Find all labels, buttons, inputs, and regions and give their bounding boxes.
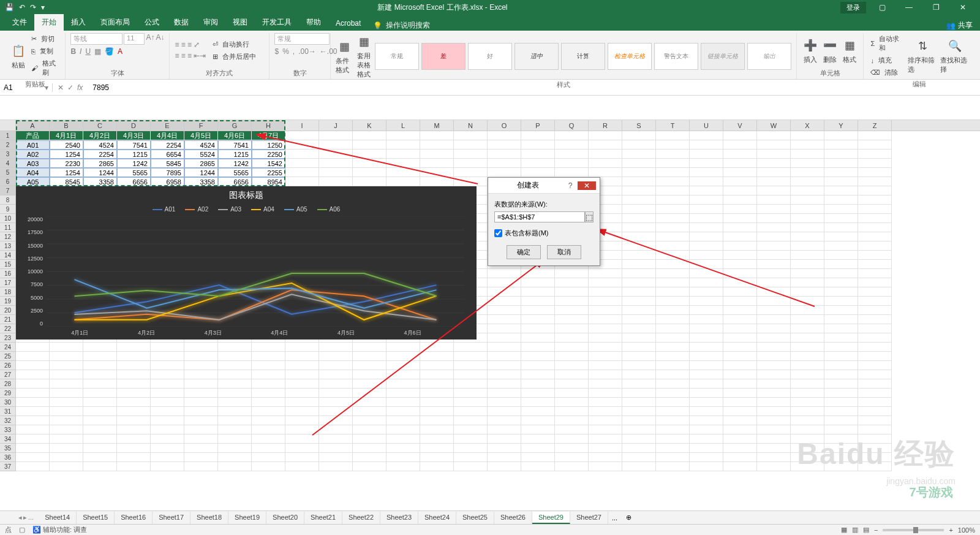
table-header-cell[interactable]: 4月5日 xyxy=(184,131,218,140)
currency-button[interactable]: $ xyxy=(274,47,279,56)
tab-home[interactable]: 开始 xyxy=(34,14,64,31)
row-header-4[interactable]: 4 xyxy=(0,159,16,168)
increase-font-icon[interactable]: A↑ xyxy=(146,33,154,45)
font-size-combo[interactable]: 11 xyxy=(124,33,145,45)
row-header-22[interactable]: 22 xyxy=(0,324,16,333)
table-cell[interactable]: 2250 xyxy=(252,150,285,159)
table-cell[interactable]: 2230 xyxy=(50,159,83,168)
row-header-35[interactable]: 35 xyxy=(0,444,16,453)
italic-button[interactable]: I xyxy=(80,47,81,56)
col-header-R[interactable]: R xyxy=(589,120,622,131)
merge-center-button[interactable]: ⊞ 合并后居中 xyxy=(211,51,260,63)
tab-file[interactable]: 文件 xyxy=(5,14,34,31)
tab-view[interactable]: 视图 xyxy=(225,14,255,31)
sheet-nav-prev-icon[interactable]: ▸ xyxy=(23,514,27,522)
tab-dev[interactable]: 开发工具 xyxy=(255,14,299,31)
col-header-X[interactable]: X xyxy=(791,120,824,131)
style-warning[interactable]: 警告文本 xyxy=(654,43,698,70)
dialog-close-icon[interactable]: ✕ xyxy=(578,181,596,190)
col-header-V[interactable]: V xyxy=(723,120,757,131)
maximize-icon[interactable]: ❐ xyxy=(924,1,948,13)
row-header-28[interactable]: 28 xyxy=(0,379,16,389)
col-header-O[interactable]: O xyxy=(488,120,521,131)
tab-formulas[interactable]: 公式 xyxy=(137,14,167,31)
table-cell[interactable]: 1215 xyxy=(218,150,252,159)
sheet-tab-Sheet29[interactable]: Sheet29 xyxy=(532,512,570,524)
sheet-nav-first-icon[interactable]: ◂ xyxy=(18,514,22,522)
table-cell[interactable]: 1254 xyxy=(50,168,83,177)
table-cell[interactable]: 7541 xyxy=(218,140,252,150)
sheet-tab-Sheet24[interactable]: Sheet24 xyxy=(418,512,456,524)
sheet-tab-Sheet25[interactable]: Sheet25 xyxy=(456,512,494,524)
row-header-2[interactable]: 2 xyxy=(0,140,16,150)
tab-data[interactable]: 数据 xyxy=(167,14,196,31)
row-header-11[interactable]: 11 xyxy=(0,223,16,232)
tab-review[interactable]: 审阅 xyxy=(196,14,225,31)
sheet-tab-Sheet18[interactable]: Sheet18 xyxy=(190,512,228,524)
row-header-13[interactable]: 13 xyxy=(0,241,16,251)
style-bad[interactable]: 差 xyxy=(421,43,466,70)
range-input[interactable] xyxy=(494,211,585,222)
row-header-8[interactable]: 8 xyxy=(0,195,16,205)
row-header-5[interactable]: 5 xyxy=(0,168,16,177)
row-header-7[interactable]: 7 xyxy=(0,186,16,195)
tab-layout[interactable]: 页面布局 xyxy=(93,14,137,31)
row-header-32[interactable]: 32 xyxy=(0,416,16,425)
share-button[interactable]: 👥 共享 xyxy=(946,20,973,31)
view-normal-icon[interactable]: ▦ xyxy=(841,526,847,534)
table-cell[interactable]: 1242 xyxy=(117,159,151,168)
headers-checkbox[interactable] xyxy=(494,229,502,237)
table-cell[interactable]: 6958 xyxy=(151,177,184,186)
wrap-text-button[interactable]: ⏎ 自动换行 xyxy=(211,39,260,50)
row-header-31[interactable]: 31 xyxy=(0,407,16,416)
new-sheet-icon[interactable]: ⊕ xyxy=(621,512,636,523)
zoom-in-icon[interactable]: + xyxy=(949,526,952,534)
row-header-26[interactable]: 26 xyxy=(0,361,16,370)
style-output[interactable]: 输出 xyxy=(747,43,791,70)
cancel-formula-icon[interactable]: ✕ xyxy=(58,83,64,92)
row-header-24[interactable]: 24 xyxy=(0,343,16,352)
table-cell[interactable]: 1244 xyxy=(184,168,218,177)
table-cell[interactable]: 6656 xyxy=(117,177,151,186)
col-header-S[interactable]: S xyxy=(622,120,656,131)
row-header-36[interactable]: 36 xyxy=(0,453,16,462)
insert-cells-button[interactable]: ➕插入 xyxy=(802,37,819,64)
table-cell[interactable]: A03 xyxy=(16,159,50,168)
row-header-20[interactable]: 20 xyxy=(0,306,16,315)
col-header-W[interactable]: W xyxy=(757,120,791,131)
tab-insert[interactable]: 插入 xyxy=(64,14,93,31)
table-cell[interactable]: 2254 xyxy=(83,150,117,159)
table-cell[interactable]: 8954 xyxy=(252,177,285,186)
clear-button[interactable]: ⌫ 清除 xyxy=(869,67,905,78)
row-header-6[interactable]: 6 xyxy=(0,177,16,186)
table-header-cell[interactable]: 4月2日 xyxy=(83,131,117,140)
ok-button[interactable]: 确定 xyxy=(507,245,541,259)
row-header-21[interactable]: 21 xyxy=(0,315,16,324)
fx-icon[interactable]: fx xyxy=(77,83,83,92)
style-calc[interactable]: 计算 xyxy=(561,43,605,70)
style-good[interactable]: 好 xyxy=(468,43,512,70)
chart-title[interactable]: 图表标题 xyxy=(16,186,477,205)
font-name-combo[interactable]: 等线 xyxy=(70,33,123,45)
format-cells-button[interactable]: ▦格式 xyxy=(841,37,858,64)
table-cell[interactable]: 2865 xyxy=(83,159,117,168)
table-cell[interactable]: A05 xyxy=(16,177,50,186)
autosum-button[interactable]: Σ 自动求和 xyxy=(869,33,905,54)
row-header-37[interactable]: 37 xyxy=(0,462,16,471)
sheet-tab-Sheet20[interactable]: Sheet20 xyxy=(266,512,304,524)
select-all-corner[interactable] xyxy=(0,120,16,131)
table-cell[interactable]: 3358 xyxy=(83,177,117,186)
format-as-table-button[interactable]: ▦ 套用 表格格式 xyxy=(355,33,372,79)
table-header-cell[interactable]: 4月1日 xyxy=(50,131,83,140)
style-neutral[interactable]: 适中 xyxy=(514,43,559,70)
sheet-tab-Sheet27[interactable]: Sheet27 xyxy=(570,512,608,524)
cell-styles-gallery[interactable]: 常规 差 好 适中 计算 检查单元格 警告文本 链接单元格 输出 xyxy=(375,43,791,70)
table-cell[interactable]: 4524 xyxy=(83,140,117,150)
border-button[interactable]: ▦ xyxy=(94,47,101,56)
ribbon-options-icon[interactable]: ▢ xyxy=(870,1,894,13)
sheet-tab-Sheet16[interactable]: Sheet16 xyxy=(115,512,153,524)
chart-object[interactable]: 图表标题 A01A02A03A04A05A06 2000017500150001… xyxy=(16,186,477,340)
style-normal[interactable]: 常规 xyxy=(375,43,419,70)
table-cell[interactable]: 1254 xyxy=(50,150,83,159)
cancel-button[interactable]: 取消 xyxy=(547,245,581,259)
